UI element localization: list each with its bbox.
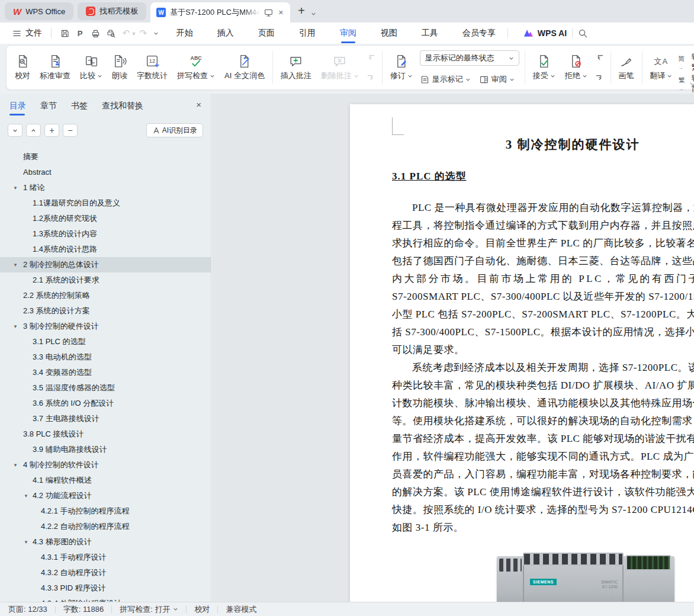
outline-item[interactable]: ▼4 制冷控制的软件设计	[0, 457, 211, 473]
standard-review-button[interactable]: 标准审查	[35, 49, 75, 86]
proofread-button[interactable]: 校对	[10, 49, 35, 86]
menu-tab[interactable]: 会员专享	[461, 23, 497, 43]
compare-button[interactable]: 比较	[75, 49, 107, 86]
menu-tab[interactable]: 审阅	[339, 23, 358, 43]
outline-item[interactable]: 4.3.1 手动程序设计	[0, 550, 211, 565]
outline-item[interactable]: 3.8 PLC 接线设计	[0, 426, 211, 442]
close-sidebar-icon[interactable]: ×	[196, 100, 201, 110]
proofread-status[interactable]: 校对	[194, 604, 210, 615]
convert-to-traditional-button[interactable]: 简→ 转繁	[678, 52, 694, 73]
expand-arrow-icon[interactable]: ▼	[13, 258, 18, 273]
undo-button[interactable]: ↶	[118, 26, 134, 40]
redo-button[interactable]: ↷	[136, 26, 151, 40]
outline-item[interactable]: ▼4.2 功能流程设计	[0, 488, 211, 503]
dialog-launcher-icon[interactable]	[689, 82, 694, 87]
markup-state-dropdown[interactable]: 显示标记的最终状态	[420, 50, 519, 66]
draw-pen-button[interactable]: 画笔	[614, 49, 639, 86]
insert-comment-icon	[288, 54, 303, 69]
expand-all-button[interactable]	[26, 124, 41, 137]
menu-tab[interactable]: 视图	[380, 23, 399, 43]
expand-arrow-icon[interactable]: ▼	[13, 181, 18, 196]
print-button[interactable]	[88, 26, 103, 40]
outline-item[interactable]: 4.3.4 外部输出程序设计	[0, 596, 211, 602]
tab-docer-templates[interactable]: 找稻壳模板	[78, 2, 146, 20]
previous-revision-button[interactable]	[593, 51, 606, 64]
sidebar-tab-bookmarks[interactable]: 书签	[71, 101, 88, 111]
expand-arrow-icon[interactable]: ▼	[24, 535, 28, 550]
chevron-down-icon	[407, 73, 413, 79]
outline-item[interactable]: 3.3 电动机的选型	[0, 349, 211, 365]
outline-item[interactable]: 3.5 温湿度传感器的选型	[0, 380, 211, 396]
zoom-out-outline-button[interactable]: −	[63, 124, 78, 137]
outline-item[interactable]: ▼1 绪论	[0, 180, 211, 195]
menu-tab[interactable]: 开始	[175, 23, 194, 43]
outline-item[interactable]: 摘要	[0, 149, 211, 165]
search-icon[interactable]	[578, 28, 588, 38]
insert-comment-button[interactable]: 插入批注	[276, 49, 316, 86]
ai-polish-button[interactable]: AI 全文润色	[220, 49, 269, 86]
outline-item[interactable]: 2.2 系统的控制策略	[0, 288, 211, 303]
wps-ai-button[interactable]: WPS AI	[523, 28, 567, 38]
outline-item[interactable]: 3.4 变频器的选型	[0, 365, 211, 380]
print-preview-button[interactable]	[103, 26, 118, 40]
outline-item[interactable]: 3.9 辅助电路接线设计	[0, 442, 211, 457]
menu-tab[interactable]: 插入	[216, 23, 235, 43]
outline-item[interactable]: 1.3系统的设计内容	[0, 226, 211, 242]
tab-wps-office-home[interactable]: W WPS Office	[5, 2, 73, 20]
revision-button[interactable]: 修订	[385, 49, 417, 86]
export-pdf-button[interactable]: P	[72, 26, 88, 40]
close-tab-icon[interactable]: ×	[277, 8, 284, 17]
save-button[interactable]	[57, 26, 72, 40]
outline-item[interactable]: 1.4系统的设计思路	[0, 242, 211, 257]
menu-tab[interactable]: 页面	[257, 23, 276, 43]
tab-document-active[interactable]: W 基于S7-1200 PLC与MM440 ×	[150, 2, 290, 23]
next-comment-button[interactable]	[365, 71, 378, 84]
read-aloud-button[interactable]: 朗读	[107, 49, 132, 86]
outline-item[interactable]: 3.1 PLC 的选型	[0, 334, 211, 349]
outline-item[interactable]: 3.6 系统的 I/O 分配设计	[0, 396, 211, 411]
review-pane-button[interactable]: 审阅	[479, 74, 515, 85]
outline-item[interactable]: 4.2.2 自动控制的程序流程	[0, 519, 211, 534]
file-menu-button[interactable]: 文件	[8, 25, 46, 41]
spell-check-button[interactable]: ABC 拼写检查	[172, 49, 220, 86]
new-tab-button[interactable]: +	[298, 4, 305, 18]
outline-item[interactable]: 3.7 主电路接线设计	[0, 411, 211, 426]
zoom-in-outline-button[interactable]: +	[44, 124, 59, 137]
previous-comment-button[interactable]	[365, 51, 378, 64]
spell-check-status[interactable]: 拼写检查: 打开	[120, 604, 178, 615]
show-markup-button[interactable]: 显示标记	[420, 74, 471, 85]
ai-recognize-toc-button[interactable]: AI识别目录	[146, 123, 203, 137]
outline-item[interactable]: 4.2.1 手动控制的程序流程	[0, 503, 211, 519]
word-count-button[interactable]: 12 字数统计	[132, 49, 172, 86]
divider	[55, 606, 56, 613]
document-page[interactable]: 3 制冷控制的硬件设计 3.1 PLC 的选型 PLC 是一种具有微处理器开发应…	[350, 104, 694, 602]
share-screen-icon[interactable]	[264, 8, 273, 17]
collapse-all-button[interactable]	[8, 124, 23, 137]
expand-arrow-icon[interactable]: ▼	[13, 458, 18, 473]
outline-item[interactable]: 2.1 系统的设计要求	[0, 272, 211, 288]
expand-arrow-icon[interactable]: ▼	[24, 489, 28, 504]
outline-item[interactable]: 4.3.2 自动程序设计	[0, 565, 211, 580]
accept-revision-button[interactable]: 接受	[528, 49, 560, 86]
outline-item[interactable]: ▼3 制冷控制的硬件设计	[0, 319, 211, 334]
sidebar-tab-chapters[interactable]: 章节	[40, 101, 57, 111]
tab-list-chevron-icon[interactable]	[311, 11, 316, 17]
outline-item[interactable]: ▼4.3 梯形图的设计	[0, 534, 211, 550]
expand-arrow-icon[interactable]: ▼	[13, 319, 18, 335]
quickbar-chevron-icon[interactable]	[153, 31, 159, 36]
outline-item[interactable]: ▼2 制冷控制的总体设计	[0, 257, 211, 272]
reject-revision-button[interactable]: 拒绝	[560, 49, 592, 86]
outline-item[interactable]: 1.1课题研究的目的及意义	[0, 195, 211, 211]
outline-item[interactable]: 4.1 编程软件概述	[0, 473, 211, 488]
next-revision-button[interactable]	[593, 71, 606, 84]
outline-item[interactable]: 4.3.3 PID 程序设计	[0, 580, 211, 596]
outline-item[interactable]: Abstract	[0, 165, 211, 180]
outline-item[interactable]: 2.3 系统的设计方案	[0, 303, 211, 319]
menu-tab[interactable]: 工具	[420, 23, 439, 43]
outline-item[interactable]: 1.2系统的研究现状	[0, 211, 211, 226]
sidebar-tab-contents[interactable]: 目录	[9, 101, 26, 111]
delete-comment-button[interactable]: 删除批注	[316, 49, 364, 86]
translate-button[interactable]: 文A 翻译	[645, 49, 677, 86]
sidebar-tab-find-replace[interactable]: 查找和替换	[102, 101, 143, 111]
menu-tab[interactable]: 引用	[298, 23, 317, 43]
